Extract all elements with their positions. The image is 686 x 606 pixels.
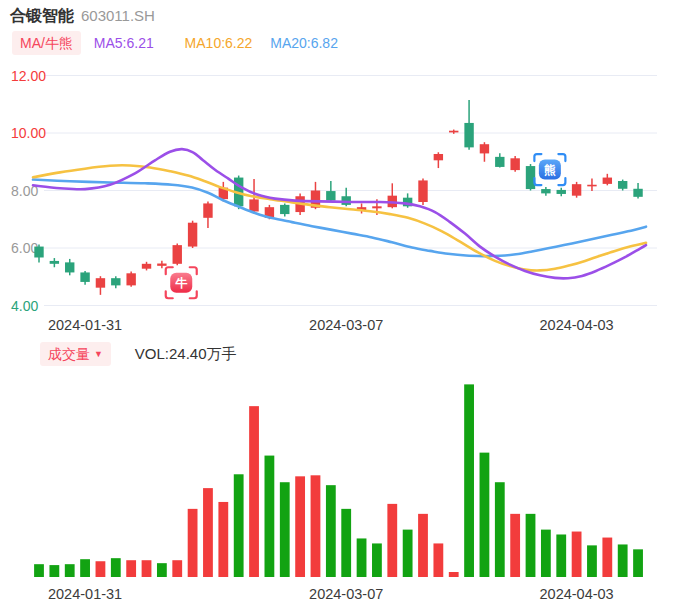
candle[interactable] xyxy=(280,205,289,214)
volume-bar[interactable] xyxy=(80,559,90,577)
volume-bar[interactable] xyxy=(96,561,106,577)
kline-chart[interactable]: 12.0010.008.006.004.00牛熊2024-01-312024-0… xyxy=(0,60,686,335)
candle[interactable] xyxy=(126,273,135,285)
volume-bar[interactable] xyxy=(556,534,566,577)
volume-bar[interactable] xyxy=(157,563,167,577)
volume-bar[interactable] xyxy=(510,514,520,577)
candle[interactable] xyxy=(65,262,74,272)
bull-marker-frame xyxy=(190,267,197,274)
volume-bar[interactable] xyxy=(495,482,505,577)
bear-marker-frame xyxy=(558,178,565,185)
candle[interactable] xyxy=(418,180,427,202)
volume-bar[interactable] xyxy=(280,482,290,577)
x-axis-date: 2024-04-03 xyxy=(540,317,614,333)
bear-marker-frame xyxy=(534,154,541,161)
candle[interactable] xyxy=(495,157,504,167)
ma-indicator-badge[interactable]: MA/牛熊 xyxy=(12,31,81,55)
volume-bar[interactable] xyxy=(357,538,367,577)
volume-bar[interactable] xyxy=(387,504,397,577)
volume-bar[interactable] xyxy=(126,560,136,577)
volume-bar[interactable] xyxy=(311,475,321,577)
candle[interactable] xyxy=(50,261,59,264)
volume-bar[interactable] xyxy=(633,549,643,577)
ma-legend-row: MA/牛熊 MA5:6.21 MA10:6.22 MA20:6.82 xyxy=(12,31,338,55)
bear-marker-icon[interactable]: 熊 xyxy=(534,154,565,185)
volume-bar[interactable] xyxy=(602,538,612,577)
candle[interactable] xyxy=(633,189,642,197)
volume-type-badge[interactable]: 成交量▼ xyxy=(40,342,111,366)
volume-bar[interactable] xyxy=(218,502,228,577)
x-axis-date: 2024-01-31 xyxy=(48,586,122,602)
candle[interactable] xyxy=(326,191,335,200)
volume-bar[interactable] xyxy=(541,530,551,577)
candle[interactable] xyxy=(342,196,351,205)
candle[interactable] xyxy=(249,199,258,211)
ma20-label: MA20:6.82 xyxy=(270,35,338,51)
volume-bar[interactable] xyxy=(111,558,121,577)
volume-chart[interactable]: 2024-01-312024-03-072024-04-03 xyxy=(0,370,686,606)
bull-marker-glyph: 牛 xyxy=(175,276,188,290)
y-axis-label: 4.00 xyxy=(11,298,38,314)
volume-bar[interactable] xyxy=(295,476,305,577)
volume-bar[interactable] xyxy=(49,565,59,577)
candle[interactable] xyxy=(541,189,550,193)
volume-bar[interactable] xyxy=(433,543,443,577)
bull-marker-icon[interactable]: 牛 xyxy=(166,267,197,298)
volume-bar[interactable] xyxy=(403,530,413,577)
y-axis-label: 12.00 xyxy=(11,68,46,84)
volume-bar[interactable] xyxy=(172,560,182,577)
volume-bar[interactable] xyxy=(480,453,490,577)
candle[interactable] xyxy=(449,131,458,133)
candle[interactable] xyxy=(510,158,519,170)
candle[interactable] xyxy=(480,144,489,153)
volume-bar[interactable] xyxy=(265,456,275,577)
candle[interactable] xyxy=(96,278,105,287)
bear-marker-frame xyxy=(534,178,541,185)
ma5-label: MA5:6.21 xyxy=(94,35,154,51)
candle[interactable] xyxy=(618,181,627,189)
candle[interactable] xyxy=(434,154,443,160)
volume-bar[interactable] xyxy=(618,544,628,577)
volume-bar[interactable] xyxy=(464,384,474,577)
candle[interactable] xyxy=(34,247,43,258)
bear-marker-glyph: 熊 xyxy=(544,163,556,177)
volume-bar[interactable] xyxy=(587,545,597,577)
volume-bar[interactable] xyxy=(341,509,351,577)
candle[interactable] xyxy=(80,272,89,281)
volume-value-label: VOL:24.40万手 xyxy=(135,345,237,362)
chart-header: 合锻智能603011.SH xyxy=(10,5,155,27)
bull-marker-frame xyxy=(190,291,197,298)
candle[interactable] xyxy=(464,123,473,147)
candle[interactable] xyxy=(572,184,581,196)
volume-bar[interactable] xyxy=(326,485,336,577)
volume-bar[interactable] xyxy=(65,564,75,577)
volume-bar[interactable] xyxy=(34,564,44,577)
volume-bar[interactable] xyxy=(234,474,244,577)
volume-bar[interactable] xyxy=(572,532,582,577)
candle[interactable] xyxy=(603,178,612,184)
volume-bar[interactable] xyxy=(188,509,198,577)
volume-bar[interactable] xyxy=(372,543,382,577)
volume-bar[interactable] xyxy=(249,406,259,577)
volume-bar[interactable] xyxy=(203,488,213,577)
volume-bar[interactable] xyxy=(418,514,428,577)
ma-line-ma10 xyxy=(33,165,646,270)
candle[interactable] xyxy=(557,190,566,194)
candle[interactable] xyxy=(142,264,151,269)
stock-chart-page: 合锻智能603011.SH MA/牛熊 MA5:6.21 MA10:6.22 M… xyxy=(0,0,686,606)
candle[interactable] xyxy=(372,206,381,208)
candle[interactable] xyxy=(111,278,120,285)
candle[interactable] xyxy=(173,245,182,264)
volume-bar[interactable] xyxy=(142,560,152,577)
bear-marker-frame xyxy=(558,154,565,161)
candle[interactable] xyxy=(203,203,212,217)
candle[interactable] xyxy=(188,223,197,247)
volume-badge-label: 成交量 xyxy=(48,346,90,362)
candle[interactable] xyxy=(587,185,596,187)
candle[interactable] xyxy=(157,264,166,266)
x-axis-date: 2024-04-03 xyxy=(540,586,614,602)
volume-bar[interactable] xyxy=(526,514,536,577)
x-axis-date: 2024-03-07 xyxy=(309,317,383,333)
volume-bar[interactable] xyxy=(449,572,459,577)
stock-name: 合锻智能 xyxy=(10,7,74,24)
